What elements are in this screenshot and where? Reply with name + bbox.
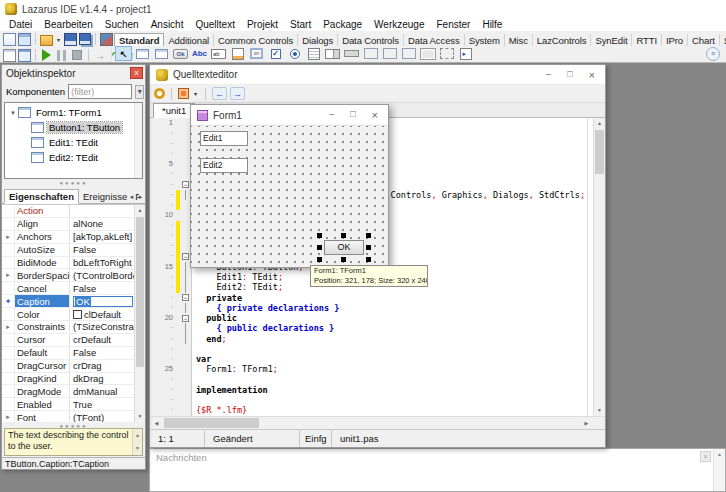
new-unit-button[interactable] <box>3 33 16 46</box>
property-row-enabled[interactable]: EnabledTrue <box>2 398 145 411</box>
property-row-anchors[interactable]: Anchors[akTop,akLeft] <box>2 231 145 244</box>
property-value[interactable]: clDefault <box>70 308 134 320</box>
property-value[interactable]: (TFont) <box>70 411 134 422</box>
property-grid[interactable]: ActionAlignalNoneAnchors[akTop,akLeft]Au… <box>2 204 145 422</box>
tpanel-icon[interactable] <box>419 46 436 61</box>
inspector-tab-eigenschaften[interactable]: Eigenschaften <box>4 189 79 204</box>
selection-handle[interactable] <box>317 257 322 262</box>
fold-collapse-icon[interactable] <box>182 294 189 301</box>
view-units-button[interactable] <box>3 49 16 62</box>
component-filter-input[interactable] <box>68 84 132 99</box>
property-value[interactable]: OK <box>70 295 134 307</box>
fold-collapse-icon[interactable] <box>182 315 189 322</box>
help-scrollbar[interactable]: ▲▼ <box>132 429 142 455</box>
close-icon[interactable] <box>372 109 378 121</box>
ok-button-control[interactable]: OK <box>324 240 364 255</box>
property-value[interactable]: False <box>70 347 134 359</box>
tree-scrollbar[interactable] <box>134 103 142 178</box>
selection-handle[interactable] <box>366 257 371 262</box>
bookmark-icon[interactable] <box>178 88 189 99</box>
palette-tab-common-controls[interactable]: Common Controls <box>214 34 298 46</box>
property-value[interactable]: True <box>70 398 134 410</box>
open-button[interactable] <box>40 35 53 46</box>
close-icon[interactable]: × <box>700 451 711 462</box>
property-row-default[interactable]: DefaultFalse <box>2 347 145 360</box>
scroll-up-icon[interactable] <box>594 118 605 129</box>
splitter[interactable]: ●●●●● <box>2 179 145 187</box>
property-row-constraints[interactable]: Constraints(TSizeConstraints) <box>2 321 145 334</box>
tpopupmenu-icon[interactable] <box>153 46 170 61</box>
property-value[interactable]: crDefault <box>70 334 134 346</box>
ttogglebox-icon[interactable]: on <box>248 46 265 61</box>
menu-item-datei[interactable]: Datei <box>3 19 38 30</box>
property-row-font[interactable]: Font(TFont) <box>2 411 145 422</box>
tbutton-icon[interactable]: Ok <box>172 46 189 61</box>
property-row-dragkind[interactable]: DragKinddkDrag <box>2 373 145 386</box>
messages-window[interactable]: Nachrichten × <box>149 448 726 492</box>
open-dropdown-button[interactable]: ▾ <box>55 33 62 46</box>
selection-handle[interactable] <box>317 233 322 238</box>
maximize-icon[interactable] <box>567 69 572 81</box>
open-file-icon[interactable] <box>154 88 165 99</box>
jump-back-icon[interactable]: ← <box>212 87 227 100</box>
object-inspector-titlebar[interactable]: Objektinspektor <box>2 65 145 81</box>
property-grid-scrollbar[interactable] <box>134 205 145 422</box>
tlabel-icon[interactable]: Abc <box>191 46 208 61</box>
minimize-icon[interactable] <box>329 109 334 121</box>
tab-scroll-right-icon[interactable]: ▸ <box>136 193 145 201</box>
fold-collapse-icon[interactable] <box>182 181 189 188</box>
tree-item-button1-tbutton[interactable]: Button1: TButton <box>5 120 142 135</box>
select-cursor-tool[interactable]: ↖ <box>115 46 132 61</box>
view-forms-button[interactable] <box>18 49 31 62</box>
scroll-down-icon[interactable] <box>594 405 605 416</box>
tedit-icon[interactable]: ab <box>210 46 227 61</box>
tmemo-icon[interactable] <box>229 46 246 61</box>
property-row-color[interactable]: ColorclDefault <box>2 308 145 321</box>
tree-expander-icon[interactable] <box>8 109 18 117</box>
property-row-borderspacing[interactable]: BorderSpacing(TControlBorderSpacing) <box>2 269 145 282</box>
property-row-cancel[interactable]: CancelFalse <box>2 282 145 295</box>
bookmark-dropdown-icon[interactable]: ▾ <box>192 90 199 97</box>
palette-tab-additional[interactable]: Additional <box>164 34 214 46</box>
menu-item-package[interactable]: Package <box>317 19 368 30</box>
fold-collapse-icon[interactable] <box>182 253 189 260</box>
scroll-down-icon[interactable]: ▼ <box>135 443 140 454</box>
tab-scroll-arrows[interactable]: ◂▸ <box>127 193 145 203</box>
tcheckbox-icon[interactable]: ✓ <box>267 46 284 61</box>
tactionlist-icon[interactable] <box>457 46 474 61</box>
editor-horizontal-scrollbar[interactable] <box>150 416 605 429</box>
palette-tab-standard[interactable]: Standard <box>114 33 164 46</box>
menu-item-quelltext[interactable]: Quelltext <box>189 19 240 30</box>
scroll-down-icon[interactable] <box>135 411 145 422</box>
palette-tab-data-access[interactable]: Data Access <box>404 34 465 46</box>
property-value[interactable]: bdLeftToRight <box>70 257 134 269</box>
tradiogroup-icon[interactable] <box>381 46 398 61</box>
run-button[interactable] <box>42 49 51 61</box>
component-tree[interactable]: Form1: TForm1Button1: TButtonEdit1: TEdi… <box>4 102 143 179</box>
property-value[interactable]: False <box>70 244 134 256</box>
close-icon[interactable] <box>589 69 595 81</box>
property-value[interactable]: dkDrag <box>70 373 134 385</box>
property-row-caption[interactable]: CaptionOK <box>2 295 145 308</box>
tcheckgroup-icon[interactable] <box>400 46 417 61</box>
menu-item-ansicht[interactable]: Ansicht <box>145 19 190 30</box>
property-row-action[interactable]: Action <box>2 205 145 218</box>
pause-button[interactable] <box>57 50 66 61</box>
expand-icon[interactable] <box>2 411 15 422</box>
property-row-dragmode[interactable]: DragModedmManual <box>2 385 145 398</box>
property-value[interactable]: alNone <box>70 218 134 230</box>
property-row-dragcursor[interactable]: DragCursorcrDrag <box>2 360 145 373</box>
tcombobox-icon[interactable] <box>324 46 341 61</box>
expand-icon[interactable] <box>2 321 15 333</box>
expand-icon[interactable] <box>2 269 15 281</box>
selection-handle[interactable] <box>366 233 371 238</box>
property-row-autosize[interactable]: AutoSizeFalse <box>2 244 145 257</box>
edit2-control[interactable]: Edit2 <box>200 158 248 173</box>
palette-options-button[interactable]: ≡ <box>706 47 720 61</box>
menu-item-fenster[interactable]: Fenster <box>431 19 477 30</box>
tab-unit1[interactable]: *unit1 <box>153 103 195 118</box>
tgroupbox-icon[interactable] <box>362 46 379 61</box>
property-value[interactable] <box>70 205 134 217</box>
property-value[interactable]: dmManual <box>70 385 134 397</box>
property-row-align[interactable]: AlignalNone <box>2 218 145 231</box>
